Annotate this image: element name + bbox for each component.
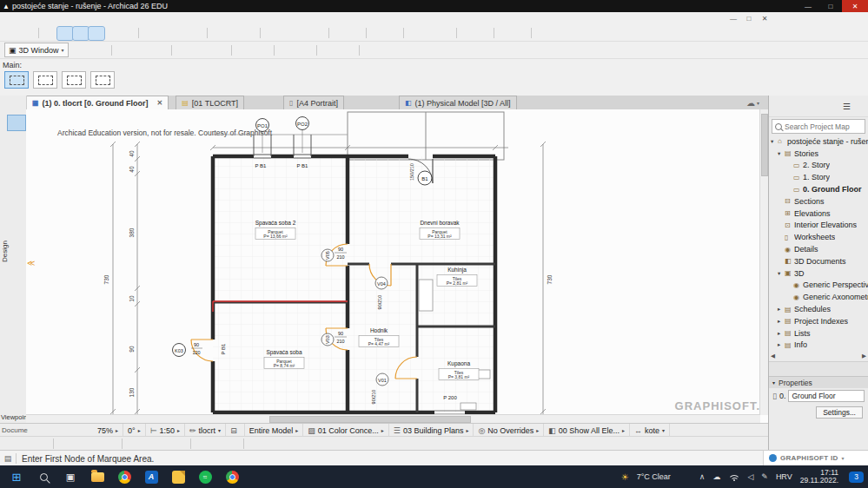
arrow-tool-icon[interactable] [8,100,25,115]
tree-expand-icon[interactable]: ▾ [771,138,778,145]
box-icon[interactable] [35,437,50,450]
beam-tool-icon[interactable] [8,191,25,207]
zoom-level-select[interactable]: 75% ▸ [93,424,123,437]
zoom-out-icon[interactable] [61,424,76,437]
eraser-icon[interactable] [120,27,136,40]
tree-interior-elevations[interactable]: ⊡ Interior Elevations [769,220,868,232]
spotify-button[interactable] [197,468,213,485]
fit-icon[interactable] [19,437,35,450]
grid-snap-icon[interactable] [176,43,192,56]
settings-button[interactable]: Settings... [816,406,863,419]
tree-expand-icon[interactable]: ▸ [778,318,785,325]
group-icon[interactable] [332,27,348,40]
layer-settings-icon[interactable] [134,43,149,56]
properties-header[interactable]: ▾ Properties [769,376,868,388]
section-icon[interactable] [194,43,209,56]
object-tool-icon[interactable] [8,298,25,313]
swap-h-icon[interactable] [156,437,172,450]
columns-icon[interactable] [209,437,225,450]
chrome-profile-button[interactable] [224,468,240,485]
line-icon[interactable] [73,27,89,40]
tree-scroll-right-icon[interactable]: ▶ [862,353,866,359]
trim-icon[interactable] [263,27,279,40]
door-tool-icon[interactable] [8,146,25,162]
search-button[interactable] [36,468,51,485]
undo-icon[interactable] [4,27,20,40]
marker-icon[interactable] [321,43,337,56]
marquee-tool-icon[interactable] [8,115,25,131]
notification-badge[interactable]: 3 [849,472,864,483]
tree-elevations[interactable]: ⊞ Elevations [769,208,868,220]
slab-tool-icon[interactable] [8,207,25,222]
select-mode-icon[interactable] [3,437,19,450]
wifi-icon[interactable] [728,472,739,481]
doc-restore-button[interactable]: □ [742,15,756,23]
move-icon[interactable] [142,27,157,40]
archicad-app-button[interactable] [143,468,159,485]
rectangle-icon[interactable] [242,27,257,40]
check-icon[interactable] [497,27,513,40]
zone-tool-icon[interactable] [8,282,25,298]
align-bottom-icon[interactable] [103,437,119,450]
settings-icon[interactable] [534,27,550,40]
tree-expand-icon[interactable]: ▸ [778,306,785,313]
scale-select[interactable]: ⊢ 1:50 ▸ [146,424,185,437]
fill-tool-icon[interactable] [8,359,25,374]
tree-story-2[interactable]: ▭ 2. Story [769,160,868,172]
close-button[interactable]: ✕ [842,0,868,12]
measure-icon[interactable] [513,27,528,40]
wall-tool-icon[interactable] [8,130,25,146]
mesh-tool-icon[interactable] [8,267,25,283]
lamp-tool-icon[interactable] [8,313,25,328]
arc-icon[interactable] [226,27,242,40]
stair-tool-icon[interactable] [8,237,25,253]
pen-set-icon[interactable] [438,27,454,40]
marquee-multi-button[interactable] [33,71,57,89]
camera-icon[interactable] [385,27,401,40]
scroll-mode-icon[interactable] [28,424,43,437]
chrome-button[interactable] [116,468,132,485]
distribute-v-icon[interactable] [141,437,156,450]
pencil-icon[interactable] [57,27,73,40]
multiply-icon[interactable] [189,27,204,40]
dimension-tool-icon[interactable] [8,343,25,359]
tree-story-1[interactable]: ▭ 1. Story [769,171,868,183]
tree-project-root[interactable]: ▾ ⌂ postojeće stanje - rušenje [769,135,868,148]
text-tool-icon[interactable] [8,328,25,344]
tree-3d[interactable]: ▾ ▣ 3D [769,267,868,280]
weather-widget[interactable]: 7°C Clear [637,472,671,481]
origin-icon[interactable] [339,43,354,56]
search-input[interactable] [785,122,865,131]
renovation-filter-select[interactable]: ◧ 00 Show All Ele... ▸ [544,424,630,437]
vertical-scroll-thumb[interactable] [761,114,768,176]
stories-icon[interactable] [151,43,167,56]
clock[interactable]: 17:11 29.11.2022. [800,469,838,485]
column-tool-icon[interactable] [8,176,25,192]
camera-path-icon[interactable] [236,43,252,56]
align-right-icon[interactable] [72,437,88,450]
drawing-canvas[interactable]: Archicad Education version, not for resa… [26,109,768,423]
tree-scroll-left-icon[interactable]: ◀ [771,353,775,359]
flag-icon[interactable] [369,27,385,40]
dimension-style-select[interactable]: ↔ kote ▾ [630,424,670,437]
tree-worksheets[interactable]: ▯ Worksheets [769,231,868,243]
grid-icon[interactable] [475,27,491,40]
volume-icon[interactable]: ◁ [747,472,753,481]
pdf-app-button[interactable] [170,468,186,485]
task-view-button[interactable]: ▣ [63,468,78,485]
align-left-icon[interactable] [56,437,72,450]
layer-combination-select[interactable]: ☰ 03 Building Plans ▸ [389,424,474,437]
tree-expand-icon[interactable]: ▸ [778,341,785,348]
window-tool-icon[interactable] [8,161,25,176]
mirror-icon[interactable] [173,27,189,40]
redo-icon[interactable] [20,27,36,40]
tree-info[interactable]: ▸ ▤ Info [769,340,868,352]
layers-icon[interactable] [422,27,438,40]
railing-tool-icon[interactable] [8,252,25,267]
fill-display-icon[interactable] [296,43,312,56]
wall-icon[interactable] [89,27,104,40]
adjust-icon[interactable] [295,27,310,40]
tab-ground-floor[interactable]: ▦ (1) 0. tlocrt [0. Ground Floor] ✕ [26,96,169,109]
minimize-button[interactable]: — [797,0,819,12]
rotation-select[interactable]: 0° ▸ [123,424,146,437]
